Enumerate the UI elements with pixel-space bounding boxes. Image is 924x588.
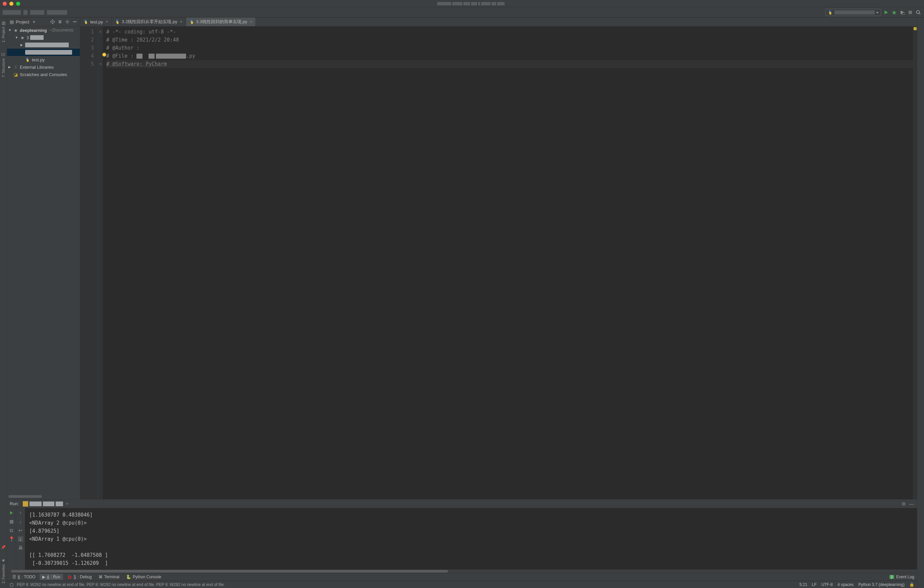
intention-bulb-icon[interactable] bbox=[102, 53, 106, 57]
status-bar: ▢ PEP 8: W292 no newline at end of file.… bbox=[7, 581, 917, 588]
editor-tab[interactable]: test.py × bbox=[80, 17, 112, 26]
zoom-window-button[interactable] bbox=[16, 2, 20, 6]
debug-icon: 🐞 bbox=[67, 575, 72, 579]
breadcrumb[interactable] bbox=[3, 7, 67, 17]
fold-gutter: ⊟ ⊟ bbox=[98, 26, 103, 499]
tree-external-libraries[interactable]: ▶ ⫴ External Libraries bbox=[7, 63, 80, 71]
console-output[interactable]: [1.1630787 0.4838046] <NDArray 2 @cpu(0)… bbox=[25, 508, 917, 570]
run-button[interactable] bbox=[883, 9, 889, 15]
python-file-icon bbox=[115, 20, 120, 24]
run-settings-button[interactable]: ⚙ bbox=[901, 501, 906, 507]
chevron-right-icon: ▶ bbox=[8, 65, 12, 69]
minimize-window-button[interactable] bbox=[9, 2, 13, 6]
structure-icon: ☷ bbox=[1, 52, 6, 57]
root-path: ~/Documents bbox=[50, 28, 73, 33]
tool-tab-todo[interactable]: ☰6: TODO bbox=[10, 574, 38, 580]
console-scrollbar[interactable] bbox=[7, 570, 917, 573]
tree-root[interactable]: ▼ ■ deeplearning ~/Documents bbox=[7, 26, 80, 34]
root-name: deeplearning bbox=[20, 28, 47, 33]
svg-point-5 bbox=[52, 21, 53, 23]
scroll-to-end-button[interactable]: ⤓ bbox=[18, 536, 23, 542]
debug-button[interactable] bbox=[891, 9, 897, 15]
line-separator[interactable]: LF bbox=[812, 582, 817, 587]
rerun-button[interactable] bbox=[9, 510, 14, 516]
python-file-icon bbox=[25, 57, 31, 62]
run-status-icon bbox=[23, 501, 28, 507]
locate-button[interactable] bbox=[50, 19, 56, 25]
svg-point-0 bbox=[893, 12, 896, 14]
interpreter[interactable]: Python 3.7 (deeplearning) bbox=[858, 582, 904, 587]
warning-marker[interactable] bbox=[914, 27, 917, 30]
run-with-coverage-button[interactable] bbox=[899, 9, 905, 15]
tool-tab-terminal[interactable]: ⌘Terminal bbox=[96, 574, 122, 580]
terminal-icon: ⌘ bbox=[99, 575, 102, 579]
run-tool-window: Run: × ⚙ — bbox=[7, 499, 917, 573]
tool-tab-debug[interactable]: 🐞5: Debug bbox=[64, 574, 94, 580]
scratches-icon: ◪ bbox=[13, 72, 18, 77]
tree-scratches[interactable]: ◪ Scratches and Consoles bbox=[7, 71, 80, 78]
run-config-name-blurred bbox=[835, 10, 875, 15]
indent-setting[interactable]: 4 spaces bbox=[838, 582, 854, 587]
pin-icon[interactable]: 📌 bbox=[0, 543, 7, 552]
search-everywhere-button[interactable] bbox=[915, 9, 921, 15]
editor-tabs: test.py × 3.2线性回归从零开始实现.py × 3.3线性回归的简单实… bbox=[80, 17, 917, 26]
tree-file-selected[interactable] bbox=[7, 49, 80, 56]
lock-icon[interactable]: 🔒 bbox=[909, 582, 914, 587]
left-tool-gutter: 1: Project ▤ 7: Structure ☷ 📌 2: Favorit… bbox=[0, 17, 7, 588]
print-button[interactable]: 🖶 bbox=[18, 545, 23, 550]
close-tab-button[interactable]: × bbox=[106, 20, 108, 24]
chevron-down-icon: ▼ bbox=[8, 28, 12, 32]
close-window-button[interactable] bbox=[3, 2, 7, 6]
project-view-icon: ▤ bbox=[9, 20, 14, 25]
editor[interactable]: 1 2 3 4 5 ⊟ ⊟ bbox=[80, 26, 917, 499]
external-libraries-label: External Libraries bbox=[20, 65, 54, 70]
tree-folder[interactable]: ▼ ■ 3 bbox=[7, 34, 80, 41]
tab-label: test.py bbox=[90, 20, 103, 25]
tree-file[interactable]: ▶ bbox=[7, 41, 80, 49]
marker-bar[interactable] bbox=[913, 26, 917, 499]
run-tab[interactable]: × bbox=[21, 501, 70, 507]
file-encoding[interactable]: UTF-8 bbox=[822, 582, 833, 587]
status-message: PEP 8: W292 no newline at end of file. P… bbox=[17, 582, 224, 587]
svg-point-3 bbox=[917, 10, 920, 13]
file-name: test.py bbox=[32, 57, 45, 63]
up-stack-button[interactable]: ↑ bbox=[18, 510, 23, 516]
tool-tab-favorites[interactable]: 2: Favorites ★ bbox=[0, 556, 7, 585]
stop-process-button[interactable] bbox=[9, 519, 14, 524]
editor-tab-active[interactable]: 3.3线性回归的简单实现.py × bbox=[186, 17, 256, 26]
down-stack-button[interactable]: ↓ bbox=[18, 519, 23, 524]
close-tab-button[interactable]: × bbox=[250, 20, 252, 24]
hide-button[interactable] bbox=[72, 19, 78, 25]
caret-position[interactable]: 5:21 bbox=[800, 582, 807, 587]
tool-tab-event-log[interactable]: Event Log bbox=[896, 575, 914, 579]
traffic-lights bbox=[3, 2, 20, 6]
soft-wrap-button[interactable]: ↩ bbox=[18, 528, 23, 533]
tool-tab-project[interactable]: 1: Project ▤ bbox=[0, 19, 7, 44]
navigation-bar bbox=[0, 7, 924, 17]
settings-button[interactable] bbox=[64, 19, 70, 25]
tree-file-test[interactable]: test.py bbox=[7, 56, 80, 63]
close-tab-button[interactable]: × bbox=[180, 20, 182, 24]
hide-run-button[interactable]: — bbox=[909, 501, 914, 507]
collapse-all-button[interactable] bbox=[57, 19, 63, 25]
stop-button[interactable] bbox=[907, 9, 913, 15]
libraries-icon: ⫴ bbox=[13, 64, 18, 70]
code-area[interactable]: # -*- coding: utf-8 -*- # @Time : 2021/2… bbox=[103, 26, 913, 499]
run-configuration-select[interactable] bbox=[825, 9, 881, 16]
toolwindow-quick-access-icon[interactable]: ▢ bbox=[10, 582, 13, 587]
close-run-tab[interactable]: × bbox=[66, 501, 68, 506]
layout-button[interactable]: ⧉ bbox=[9, 528, 14, 533]
pin-tab-button[interactable]: 📍 bbox=[9, 536, 14, 542]
folder-icon: ■ bbox=[20, 35, 25, 40]
editor-tab[interactable]: 3.2线性回归从零开始实现.py × bbox=[112, 17, 186, 26]
project-view-select[interactable]: ▤ Project ▼ bbox=[9, 20, 49, 25]
python-icon bbox=[828, 10, 832, 15]
tool-tab-run[interactable]: ▶4: Run bbox=[40, 574, 63, 580]
tool-tab-structure[interactable]: 7: Structure ☷ bbox=[0, 50, 7, 79]
tab-label: 3.2线性回归从零开始实现.py bbox=[122, 19, 177, 25]
tool-tab-python-console[interactable]: 🐍Python Console bbox=[124, 574, 164, 580]
svg-rect-2 bbox=[909, 11, 912, 14]
horizontal-scrollbar[interactable] bbox=[8, 495, 78, 498]
run-toolbar-secondary: ↑ ↓ ↩ ⤓ 🖶 bbox=[16, 508, 25, 570]
tab-label: 3.3线性回归的简单实现.py bbox=[196, 19, 247, 25]
